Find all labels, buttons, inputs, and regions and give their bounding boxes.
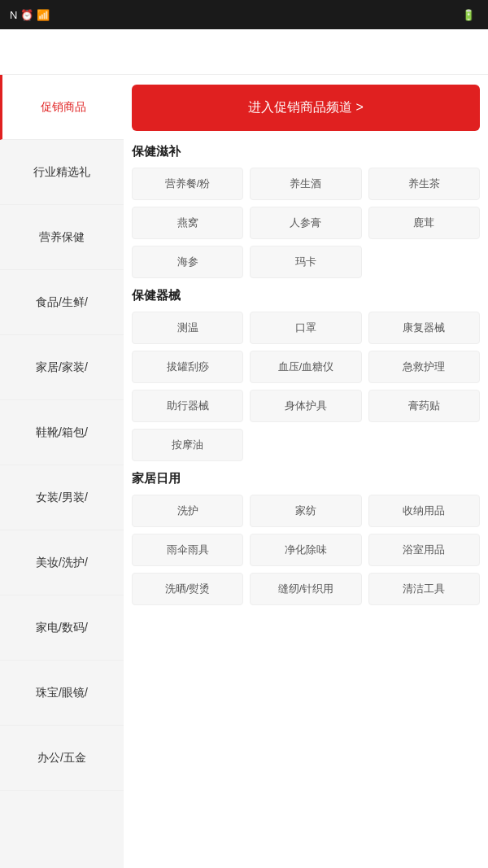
tag-item[interactable]: 养生酒 (250, 168, 361, 200)
battery-icon: 🔋 (462, 9, 475, 21)
tag-item[interactable]: 按摩油 (132, 429, 243, 461)
section-header-home-daily: 家居日用 (132, 471, 480, 486)
tag-row-health-device-0: 测温口罩康复器械 (132, 312, 480, 344)
main-layout: 促销商品行业精选礼营养保健食品/生鲜/家居/家装/鞋靴/箱包/女装/男装/美妆/… (0, 75, 488, 868)
more-button[interactable] (462, 46, 475, 59)
tag-item[interactable]: 净化除味 (250, 534, 361, 566)
sidebar-item-food[interactable]: 食品/生鲜/ (0, 270, 124, 335)
sidebar-item-nutrition[interactable]: 营养保健 (0, 205, 124, 270)
tag-item[interactable]: 浴室用品 (368, 534, 480, 566)
tag-row-home-daily-2: 洗晒/熨烫缝纫/针织用清洁工具 (132, 573, 480, 605)
tag-row-health-device-2: 助行器械身体护具膏药贴 (132, 390, 480, 422)
tag-item[interactable]: 康复器械 (368, 312, 480, 344)
tag-item[interactable]: 洗护 (132, 495, 243, 527)
tag-item[interactable]: 洗晒/熨烫 (132, 573, 243, 605)
tag-item[interactable]: 养生茶 (368, 168, 480, 200)
tag-item[interactable]: 收纳用品 (368, 495, 480, 527)
alarm-icon: ⏰ (20, 9, 33, 21)
sidebar-item-jewelry[interactable]: 珠宝/眼镜/ (0, 661, 124, 726)
section-header-health-food: 保健滋补 (132, 144, 480, 159)
tag-row-health-device-3: 按摩油 (132, 429, 480, 461)
tag-item[interactable]: 口罩 (250, 312, 361, 344)
sidebar-item-beauty[interactable]: 美妆/洗护/ (0, 530, 124, 595)
tag-row-health-food-2: 海参玛卡 (132, 246, 480, 278)
tag-item[interactable]: 拔罐刮痧 (132, 351, 243, 383)
tag-item[interactable]: 人参膏 (250, 207, 361, 239)
sidebar-item-electronics[interactable]: 家电/数码/ (0, 595, 124, 661)
tag-item[interactable]: 清洁工具 (368, 573, 480, 605)
tag-item[interactable] (368, 246, 480, 278)
sidebar-item-office[interactable]: 办公/五金 (0, 726, 124, 791)
back-button[interactable] (13, 46, 26, 59)
sidebar-item-home[interactable]: 家居/家装/ (0, 335, 124, 400)
sidebar-item-promo[interactable]: 促销商品 (0, 75, 124, 140)
tag-item[interactable]: 鹿茸 (368, 207, 480, 239)
status-bar-right: 🔋 (459, 9, 478, 21)
tag-item[interactable]: 家纺 (250, 495, 361, 527)
sidebar-item-shoes[interactable]: 鞋靴/箱包/ (0, 400, 124, 465)
tag-item[interactable]: 测温 (132, 312, 243, 344)
tag-row-health-food-0: 营养餐/粉养生酒养生茶 (132, 168, 480, 200)
tag-row-health-food-1: 燕窝人参膏鹿茸 (132, 207, 480, 239)
sidebar-item-clothing[interactable]: 女装/男装/ (0, 465, 124, 530)
tag-item[interactable] (368, 429, 480, 461)
tag-item[interactable]: 燕窝 (132, 207, 243, 239)
top-nav (0, 29, 488, 75)
tag-item[interactable]: 缝纫/针织用 (250, 573, 361, 605)
tag-item[interactable]: 助行器械 (132, 390, 243, 422)
tag-item[interactable]: 玛卡 (250, 246, 361, 278)
tag-item[interactable]: 雨伞雨具 (132, 534, 243, 566)
tag-item[interactable] (250, 429, 361, 461)
tag-item[interactable]: 膏药贴 (368, 390, 480, 422)
tag-row-home-daily-0: 洗护家纺收纳用品 (132, 495, 480, 527)
tag-item[interactable]: 海参 (132, 246, 243, 278)
left-sidebar: 促销商品行业精选礼营养保健食品/生鲜/家居/家装/鞋靴/箱包/女装/男装/美妆/… (0, 75, 124, 868)
tag-item[interactable]: 急救护理 (368, 351, 480, 383)
tag-item[interactable]: 身体护具 (250, 390, 361, 422)
right-content: 进入促销商品频道 >保健滋补营养餐/粉养生酒养生茶燕窝人参膏鹿茸海参玛卡保健器械… (124, 75, 488, 868)
status-bar: N ⏰ 📶 🔋 (0, 0, 488, 29)
tag-item[interactable]: 营养餐/粉 (132, 168, 243, 200)
section-header-health-device: 保健器械 (132, 288, 480, 303)
tag-row-health-device-1: 拔罐刮痧血压/血糖仪急救护理 (132, 351, 480, 383)
promo-banner[interactable]: 进入促销商品频道 > (132, 85, 480, 131)
nfc-icon: N (10, 9, 17, 21)
wifi-icon: 📶 (37, 9, 50, 21)
sidebar-item-industry[interactable]: 行业精选礼 (0, 140, 124, 205)
tag-row-home-daily-1: 雨伞雨具净化除味浴室用品 (132, 534, 480, 566)
status-bar-left: N ⏰ 📶 (10, 9, 454, 21)
tag-item[interactable]: 血压/血糖仪 (250, 351, 361, 383)
